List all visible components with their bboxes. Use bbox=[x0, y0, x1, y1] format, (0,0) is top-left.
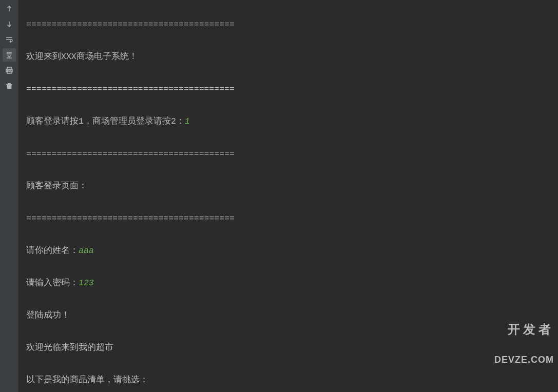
toolbar bbox=[0, 0, 18, 392]
separator-line: ========================================… bbox=[26, 210, 550, 227]
soft-wrap-icon[interactable] bbox=[3, 33, 16, 46]
print-icon[interactable] bbox=[3, 64, 16, 77]
scroll-to-end-icon[interactable] bbox=[3, 48, 16, 62]
trash-icon[interactable] bbox=[3, 79, 16, 92]
separator-line: ========================================… bbox=[26, 146, 550, 162]
password-input: 123 bbox=[79, 278, 94, 288]
watermark-line1: 开发者 bbox=[494, 323, 554, 336]
separator-line: ========================================… bbox=[26, 81, 550, 97]
login-prompt-text: 顾客登录请按1，商场管理员登录请按2： bbox=[26, 116, 185, 126]
arrow-up-icon[interactable] bbox=[3, 2, 16, 15]
name-prompt: 请你的姓名： bbox=[26, 246, 79, 256]
password-prompt: 请输入密码： bbox=[26, 278, 79, 288]
name-input: aaa bbox=[79, 246, 94, 256]
login-prompt-line: 顾客登录请按1，商场管理员登录请按2：1 bbox=[26, 113, 550, 130]
watermark-line2: DEVZE.COM bbox=[494, 355, 554, 365]
watermark: 开发者 DEVZE.COM bbox=[494, 304, 554, 384]
welcome-text: 欢迎来到XXX商场电子系统！ bbox=[26, 49, 550, 65]
password-line: 请输入密码：123 bbox=[26, 275, 550, 291]
welcome-market: 欢迎光临来到我的超市 bbox=[26, 340, 550, 356]
login-success: 登陆成功！ bbox=[26, 307, 550, 324]
separator-line: ========================================… bbox=[26, 16, 550, 33]
product-list-intro: 以下是我的商品清单，请挑选： bbox=[26, 372, 550, 388]
arrow-down-icon[interactable] bbox=[3, 17, 16, 31]
login-input: 1 bbox=[185, 116, 190, 126]
customer-login-title: 顾客登录页面： bbox=[26, 178, 550, 194]
name-line: 请你的姓名：aaa bbox=[26, 243, 550, 259]
console-output[interactable]: ========================================… bbox=[18, 0, 558, 392]
